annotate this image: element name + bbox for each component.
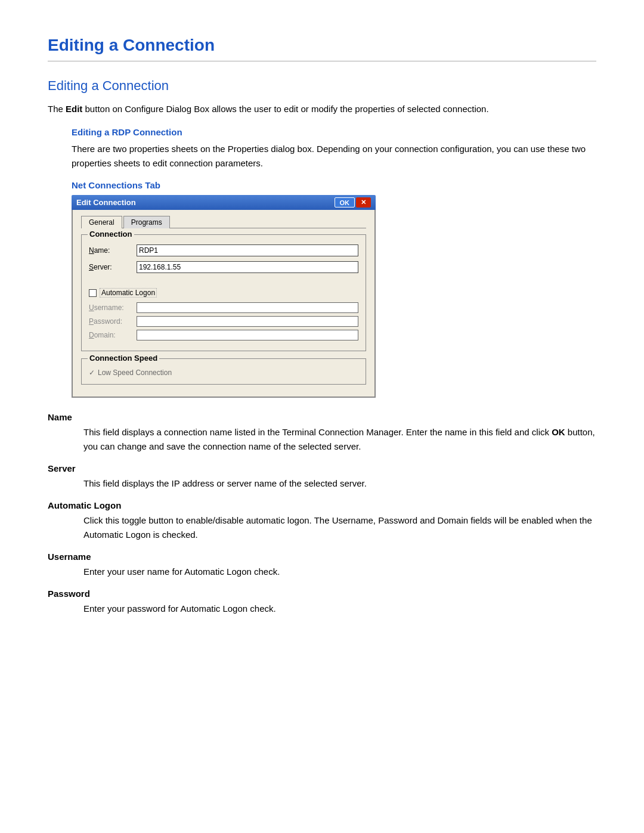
speed-row: ✓ Low Speed Connection (89, 368, 358, 377)
password-desc-text: Enter your password for Automatic Logon … (83, 602, 596, 616)
name-desc-heading: Name (48, 412, 596, 422)
intro-bold: Edit (66, 104, 82, 114)
password-field-row: Password: (89, 316, 358, 327)
intro-text-rest: button on Configure Dialog Box allows th… (85, 104, 489, 114)
username-label: Username: (89, 304, 137, 312)
edit-connection-dialog: Edit Connection OK ✕ General Programs Co… (72, 195, 376, 398)
rdp-subtext: There are two properties sheets on the P… (72, 142, 596, 171)
dialog-body: General Programs Connection Name: Server… (72, 210, 376, 398)
name-ok-bold: OK (552, 427, 565, 437)
speed-group-title: Connection Speed (88, 354, 159, 363)
speed-label: Low Speed Connection (98, 368, 172, 377)
dialog-titlebar-buttons: OK ✕ (335, 197, 371, 208)
password-label: Password: (89, 317, 137, 326)
autologon-desc-heading: Automatic Logon (48, 500, 596, 510)
server-desc-text: This field displays the IP address or se… (83, 476, 596, 491)
tab-general[interactable]: General (81, 216, 122, 228)
name-input[interactable] (137, 244, 358, 256)
dialog-close-button[interactable]: ✕ (356, 197, 371, 208)
domain-input[interactable] (137, 330, 358, 340)
speed-group: Connection Speed ✓ Low Speed Connection (81, 358, 366, 385)
page-title: Editing a Connection (48, 36, 596, 55)
username-input[interactable] (137, 302, 358, 313)
autologon-checkbox[interactable] (89, 289, 97, 297)
name-desc-text: This field displays a connection name li… (83, 425, 596, 454)
connection-group-title: Connection (88, 230, 134, 239)
page-title-divider (48, 61, 596, 61)
password-desc-heading: Password (48, 589, 596, 599)
connection-group: Connection Name: Server: Automatic (81, 234, 366, 351)
autologon-label: Automatic Logon (100, 288, 157, 298)
domain-field-row: Domain: (89, 330, 358, 340)
username-field-row: Username: (89, 302, 358, 313)
dialog-ok-button[interactable]: OK (335, 197, 355, 208)
server-desc-heading: Server (48, 463, 596, 473)
dialog-tabs: General Programs (81, 216, 366, 228)
section-heading: Editing a Connection (48, 78, 596, 94)
server-input[interactable] (137, 261, 358, 273)
speed-check-icon: ✓ (89, 368, 95, 377)
dialog-title: Edit Connection (76, 198, 136, 207)
autologon-desc-text: Click this toggle button to enable/disab… (83, 513, 596, 542)
server-label: Server: (89, 263, 137, 271)
autologon-row: Automatic Logon (89, 288, 358, 298)
domain-label: Domain: (89, 331, 137, 339)
name-label: Name: (89, 246, 137, 255)
username-desc-heading: Username (48, 552, 596, 562)
rdp-subheading: Editing a RDP Connection (72, 127, 596, 137)
dialog-titlebar: Edit Connection OK ✕ (72, 195, 376, 210)
net-connections-subheading: Net Connections Tab (72, 180, 596, 190)
password-input[interactable] (137, 316, 358, 327)
tab-programs[interactable]: Programs (123, 216, 170, 228)
name-field-row: Name: (89, 244, 358, 256)
server-field-row: Server: (89, 261, 358, 273)
username-desc-text: Enter your user name for Automatic Logon… (83, 565, 596, 579)
intro-paragraph: The Edit button on Configure Dialog Box … (48, 102, 596, 116)
